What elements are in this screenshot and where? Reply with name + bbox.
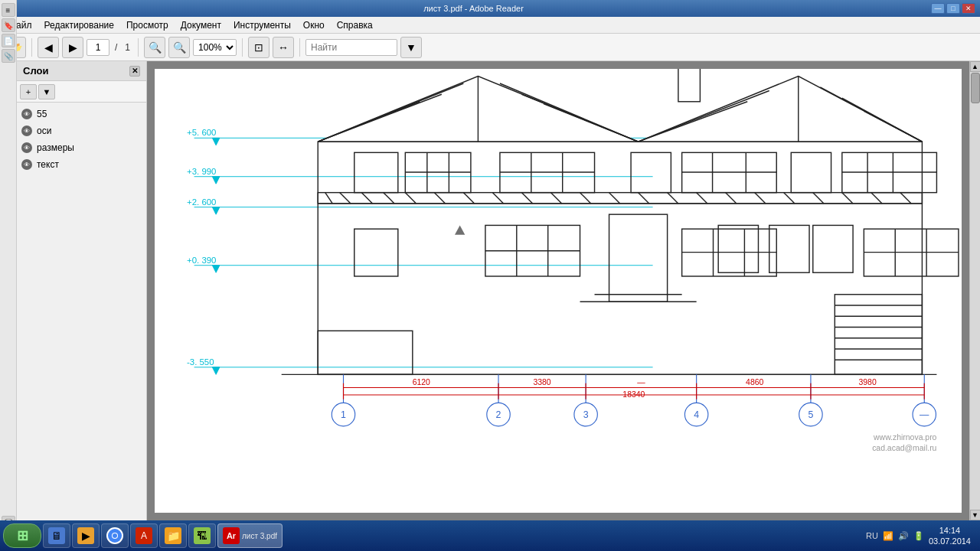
- tray-time-block[interactable]: 14:14 03.07.2014: [929, 525, 971, 547]
- svg-text:-3. 550: -3. 550: [187, 357, 214, 367]
- explorer-icon: 🖥: [48, 527, 65, 544]
- svg-text:—: —: [637, 378, 645, 386]
- tray-battery: 🔋: [913, 531, 924, 541]
- svg-text:1: 1: [341, 409, 346, 420]
- svg-rect-32: [678, 69, 701, 102]
- layer-label-osi: оси: [37, 126, 51, 136]
- folder-icon: 📁: [165, 527, 181, 544]
- taskbar-chrome[interactable]: [101, 523, 129, 548]
- tray-time: 14:14: [929, 525, 971, 536]
- search-button[interactable]: ▼: [400, 37, 422, 58]
- svg-text:5: 5: [808, 409, 813, 420]
- menu-window[interactable]: Окно: [297, 18, 331, 32]
- main-area: ≡ 🔖 📄 📎 💬 ✍ Слои ✕ + ▼ 👁 55 👁: [0, 61, 980, 520]
- prev-page-button[interactable]: ◀: [38, 37, 59, 58]
- menu-edit[interactable]: Редактирование: [38, 18, 120, 32]
- taskbar-construct[interactable]: 🏗: [188, 523, 216, 548]
- zoom-out-button[interactable]: 🔍: [144, 37, 165, 58]
- taskbar-adobe[interactable]: Ar лист 3.pdf: [217, 523, 283, 548]
- menubar: Файл Редактирование Просмотр Документ Ин…: [0, 17, 980, 34]
- drawing-svg: +5. 600 +3. 990 +2. 600 +0. 390 -3. 550: [155, 69, 962, 513]
- fit-width-button[interactable]: ↔: [273, 37, 294, 58]
- menu-view[interactable]: Просмотр: [120, 18, 175, 32]
- svg-text:3: 3: [583, 409, 589, 420]
- svg-text:+2. 600: +2. 600: [187, 197, 216, 207]
- svg-text:+5. 600: +5. 600: [187, 128, 216, 137]
- media-icon: ▶: [77, 527, 94, 544]
- page-total: 1: [125, 42, 130, 53]
- chrome-icon: [106, 527, 123, 544]
- svg-text:6120: 6120: [413, 378, 430, 386]
- taskbar-explorer[interactable]: 🖥: [43, 523, 70, 548]
- bookmarks-icon[interactable]: 🔖: [2, 18, 15, 32]
- layer-eye-tekst[interactable]: 👁: [21, 159, 32, 170]
- panel-close-button[interactable]: ✕: [129, 66, 140, 77]
- zoom-select[interactable]: 100% 75% 50% 150%: [193, 39, 237, 56]
- pdf-red-icon: A: [136, 527, 152, 544]
- right-scrollbar[interactable]: ▲ ▼: [969, 61, 980, 520]
- zoom-in-button[interactable]: 🔍: [168, 37, 190, 58]
- svg-text:+3. 990: +3. 990: [187, 167, 216, 176]
- svg-point-145: [113, 533, 117, 538]
- pdf-content-area[interactable]: +5. 600 +3. 990 +2. 600 +0. 390 -3. 550: [147, 61, 969, 520]
- taskbar-media[interactable]: ▶: [72, 523, 100, 548]
- panel-toolbar: + ▼: [17, 81, 146, 103]
- svg-text:cad.acad@mail.ru: cad.acad@mail.ru: [872, 444, 936, 452]
- layer-item-55[interactable]: 👁 55: [17, 106, 146, 122]
- toolbar-separator-3: [242, 38, 243, 57]
- minimize-button[interactable]: —: [931, 3, 945, 14]
- taskbar-tray: RU 📶 🔊 🔋 14:14 03.07.2014: [860, 525, 977, 547]
- layer-eye-osi[interactable]: 👁: [21, 126, 32, 136]
- search-input[interactable]: [305, 39, 397, 56]
- menu-tools[interactable]: Инструменты: [227, 18, 297, 32]
- adobe-icon: Ar: [223, 527, 240, 544]
- layer-eye-razmery[interactable]: 👁: [21, 142, 32, 153]
- layer-item-razmery[interactable]: 👁 размеры: [17, 139, 146, 156]
- new-layer-button[interactable]: +: [20, 84, 37, 99]
- scroll-up-button[interactable]: ▲: [970, 61, 981, 72]
- pdf-page: +5. 600 +3. 990 +2. 600 +0. 390 -3. 550: [155, 69, 962, 513]
- pages-icon[interactable]: 📄: [2, 34, 15, 47]
- layer-item-osi[interactable]: 👁 оси: [17, 122, 146, 139]
- svg-text:4860: 4860: [746, 378, 763, 386]
- panel-header: Слои ✕: [17, 61, 146, 81]
- layer-item-tekst[interactable]: 👁 текст: [17, 156, 146, 173]
- tray-date: 03.07.2014: [929, 536, 971, 546]
- layer-eye-55[interactable]: 👁: [21, 109, 32, 119]
- attachments-icon[interactable]: 📎: [2, 49, 15, 63]
- layer-options-button[interactable]: ▼: [38, 84, 55, 99]
- close-button[interactable]: ✕: [962, 3, 975, 14]
- menu-document[interactable]: Документ: [175, 18, 227, 32]
- start-button[interactable]: ⊞: [3, 523, 41, 548]
- maximize-button[interactable]: □: [946, 3, 960, 14]
- next-page-button[interactable]: ▶: [62, 37, 83, 58]
- layer-label-razmery: размеры: [37, 142, 74, 153]
- toolbar-separator-1: [31, 38, 32, 57]
- titlebar: 📕 лист 3.pdf - Adobe Reader — □ ✕: [0, 0, 980, 17]
- svg-text:+0. 390: +0. 390: [187, 256, 216, 265]
- toolbar-separator-2: [138, 38, 139, 57]
- page-separator: /: [115, 42, 117, 53]
- svg-text:www.zhirnova.pro: www.zhirnova.pro: [873, 433, 937, 442]
- menu-help[interactable]: Справка: [331, 18, 379, 32]
- svg-text:3980: 3980: [858, 378, 876, 386]
- svg-text:—: —: [920, 409, 929, 420]
- page-input[interactable]: [87, 39, 109, 56]
- fit-page-button[interactable]: ⊡: [248, 37, 270, 58]
- svg-text:2: 2: [496, 409, 501, 420]
- layer-label-55: 55: [37, 109, 47, 119]
- layers-panel: ≡ 🔖 📄 📎 💬 ✍ Слои ✕ + ▼ 👁 55 👁: [0, 61, 147, 520]
- layers-icon[interactable]: ≡: [2, 3, 15, 17]
- tray-volume: 🔊: [898, 531, 909, 541]
- taskbar-pdf-red[interactable]: A: [130, 523, 158, 548]
- tray-locale: RU: [866, 531, 878, 540]
- scroll-down-button[interactable]: ▼: [970, 510, 981, 520]
- construct-icon: 🏗: [194, 527, 211, 544]
- window-controls[interactable]: — □ ✕: [931, 3, 975, 14]
- side-icon-bar: ≡ 🔖 📄 📎 💬 ✍: [0, 0, 17, 551]
- layer-label-tekst: текст: [37, 159, 59, 170]
- panel-title: Слои: [23, 65, 48, 77]
- taskbar-folder[interactable]: 📁: [159, 523, 187, 548]
- svg-text:3380: 3380: [533, 378, 550, 386]
- scroll-thumb[interactable]: [971, 73, 980, 103]
